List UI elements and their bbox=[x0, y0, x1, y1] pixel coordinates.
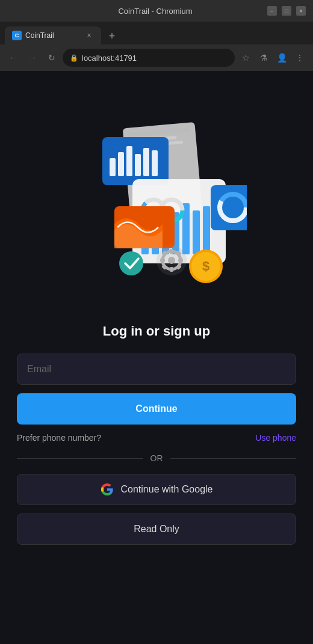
svg-rect-8 bbox=[135, 154, 141, 176]
svg-rect-33 bbox=[178, 259, 183, 262]
google-button-label: Continue with Google bbox=[121, 484, 213, 495]
google-button[interactable]: Continue with Google bbox=[17, 474, 296, 505]
menu-icon[interactable]: ⋮ bbox=[291, 49, 308, 66]
title-bar: CoinTrail - Chromium − □ × bbox=[0, 0, 313, 22]
svg-text:$: $ bbox=[202, 259, 209, 274]
phone-row: Prefer phone number? Use phone bbox=[17, 433, 296, 443]
address-input[interactable]: 🔒 localhost:41791 bbox=[63, 49, 235, 67]
or-line-right bbox=[170, 458, 297, 459]
back-button[interactable]: ← bbox=[5, 49, 22, 66]
use-phone-link[interactable]: Use phone bbox=[255, 433, 296, 443]
forward-button[interactable]: → bbox=[24, 49, 41, 66]
login-title: Log in or sign up bbox=[103, 324, 210, 339]
tab-label: CoinTrail bbox=[25, 31, 81, 40]
active-tab[interactable]: C CoinTrail × bbox=[5, 26, 101, 44]
svg-rect-5 bbox=[110, 158, 116, 176]
or-line-left bbox=[17, 458, 143, 459]
minimize-button[interactable]: − bbox=[267, 6, 277, 16]
phone-label: Prefer phone number? bbox=[17, 433, 101, 443]
browser-content: $ Log in or sign up Continue Prefer phon… bbox=[0, 71, 313, 644]
bookmark-icon[interactable]: ☆ bbox=[237, 49, 254, 66]
svg-rect-30 bbox=[170, 249, 173, 254]
svg-rect-24 bbox=[211, 185, 247, 230]
svg-point-29 bbox=[168, 257, 175, 264]
svg-rect-9 bbox=[143, 148, 149, 176]
continue-button[interactable]: Continue bbox=[17, 393, 296, 425]
google-icon bbox=[101, 483, 114, 496]
svg-rect-7 bbox=[126, 146, 132, 176]
reload-button[interactable]: ↻ bbox=[43, 49, 60, 66]
address-bar: ← → ↻ 🔒 localhost:41791 ☆ ⚗ 👤 ⋮ bbox=[0, 44, 313, 71]
tab-bar: C CoinTrail × + bbox=[0, 22, 313, 44]
readonly-button[interactable]: Read Only bbox=[17, 514, 296, 545]
window-title: CoinTrail - Chromium bbox=[43, 7, 267, 16]
svg-rect-6 bbox=[118, 152, 124, 176]
close-button[interactable]: × bbox=[296, 6, 306, 16]
tab-close-button[interactable]: × bbox=[84, 31, 94, 40]
window-controls: − □ × bbox=[267, 6, 306, 16]
svg-rect-18 bbox=[203, 206, 210, 254]
new-tab-button[interactable]: + bbox=[104, 28, 120, 44]
svg-rect-32 bbox=[160, 259, 165, 262]
maximize-button[interactable]: □ bbox=[282, 6, 291, 16]
url-display: localhost:41791 bbox=[82, 54, 137, 63]
tab-bar-empty bbox=[120, 26, 308, 44]
or-text: OR bbox=[150, 453, 163, 463]
or-divider: OR bbox=[17, 453, 296, 463]
login-area: Log in or sign up Continue Prefer phone … bbox=[0, 324, 313, 545]
lab-icon[interactable]: ⚗ bbox=[255, 49, 272, 66]
hero-illustration: $ bbox=[66, 107, 247, 287]
secure-icon: 🔒 bbox=[70, 54, 78, 62]
toolbar-icons: ☆ ⚗ 👤 ⋮ bbox=[237, 49, 308, 66]
svg-rect-10 bbox=[152, 150, 158, 176]
svg-point-41 bbox=[119, 251, 143, 275]
email-input[interactable] bbox=[17, 354, 296, 385]
svg-rect-17 bbox=[193, 210, 200, 254]
svg-rect-31 bbox=[170, 267, 173, 272]
profile-icon[interactable]: 👤 bbox=[273, 49, 290, 66]
tab-favicon: C bbox=[12, 31, 22, 40]
hero-area: $ bbox=[0, 71, 313, 324]
